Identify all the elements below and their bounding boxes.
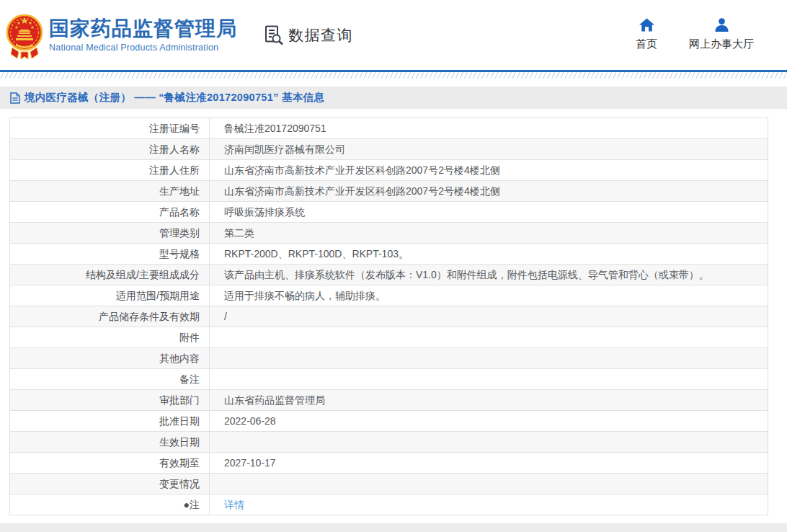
site-header: 国家药品监督管理局 National Medical Products Admi… [0,0,787,70]
table-row: ●注详情 [10,495,768,515]
table-row: 备注 [10,369,768,390]
data-query-label: 数据查询 [288,25,353,45]
row-label: 结构及组成/主要组成成分 [10,265,210,285]
national-emblem-icon [6,12,43,61]
detail-link[interactable]: 详情 [224,499,244,510]
table-row: 型号规格RKPT-200D、RKPT-100D、RKPT-103。 [10,244,768,265]
table-row: 注册人名称济南闰凯医疗器械有限公司 [10,139,768,160]
footer-band [0,523,787,532]
row-label: 型号规格 [10,244,210,264]
table-row: 有效期至2027-10-17 [10,453,768,474]
row-label: 产品储存条件及有效期 [10,306,210,327]
table-row: 结构及组成/主要组成成分该产品由主机、排痰系统软件（发布版本：V1.0）和附件组… [10,265,768,285]
org-name-en: National Medical Products Administration [49,43,237,53]
row-label: 变更情况 [10,474,210,494]
row-value: 第二类 [210,223,768,243]
row-label: 审批部门 [10,390,210,410]
table-row: 附件 [10,327,768,348]
table-row: 注册证编号鲁械注准20172090751 [10,118,768,139]
row-label: 产品名称 [10,202,210,222]
row-label: ●注 [10,495,210,515]
row-value [210,369,768,389]
table-row: 注册人住所山东省济南市高新技术产业开发区科创路2007号2号楼4楼北侧 [10,160,768,181]
row-value: 山东省济南市高新技术产业开发区科创路2007号2号楼4楼北侧 [210,160,768,180]
nav-online-hall-label: 网上办事大厅 [689,37,754,51]
row-value [210,348,768,368]
table-row: 适用范围/预期用途适用于排痰不畅的病人，辅助排痰。 [10,285,768,306]
table-row: 其他内容 [10,348,768,369]
stripe-divider [0,72,787,79]
row-value: 山东省济南市高新技术产业开发区科创路2007号2号楼4楼北侧 [210,181,768,201]
row-label: 注册人住所 [10,160,210,180]
table-row: 生效日期 [10,432,768,453]
row-label: 批准日期 [10,411,210,431]
row-value: 2027-10-17 [210,453,768,473]
table-row: 产品储存条件及有效期/ [10,306,768,327]
row-value: 2022-06-28 [210,411,768,431]
row-label: 生效日期 [10,432,210,452]
row-value: 该产品由主机、排痰系统软件（发布版本：V1.0）和附件组成，附件包括电源线、导气… [210,265,768,285]
table-row: 生产地址山东省济南市高新技术产业开发区科创路2007号2号楼4楼北侧 [10,181,768,202]
row-value: 山东省药品监督管理局 [210,390,768,410]
data-query-icon [263,25,285,46]
site-logo[interactable]: 国家药品监督管理局 National Medical Products Admi… [6,9,237,61]
row-value: 呼吸振荡排痰系统 [210,202,768,222]
org-name-zh: 国家药品监督管理局 [49,17,237,40]
row-label: 其他内容 [10,348,210,368]
table-row: 管理类别第二类 [10,223,768,244]
breadcrumb: 境内医疗器械（注册） —— “鲁械注准20172090751” 基本信息 [0,87,787,109]
row-value: 详情 [210,495,768,515]
table-row: 变更情况 [10,474,768,495]
home-icon [639,17,654,32]
registration-info-table: 注册证编号鲁械注准20172090751注册人名称济南闰凯医疗器械有限公司注册人… [9,118,768,515]
row-value: 济南闰凯医疗器械有限公司 [210,139,768,159]
row-value: 鲁械注准20172090751 [210,118,768,138]
table-row: 批准日期2022-06-28 [10,411,768,432]
user-icon [714,17,729,32]
row-value [210,327,768,347]
row-label: 附件 [10,327,210,347]
row-label: 注册证编号 [10,118,210,138]
row-label: 适用范围/预期用途 [10,285,210,306]
nav-online-hall[interactable]: 网上办事大厅 [689,17,754,51]
data-query-tab[interactable]: 数据查询 [263,25,353,46]
document-icon [10,92,20,104]
nav-home[interactable]: 首页 [636,17,657,51]
row-label: 管理类别 [10,223,210,243]
row-value [210,432,768,452]
table-row: 审批部门山东省药品监督管理局 [10,390,768,411]
row-label: 备注 [10,369,210,389]
row-label: 注册人名称 [10,139,210,159]
row-value: 适用于排痰不畅的病人，辅助排痰。 [210,285,768,306]
top-nav: 首页 网上办事大厅 [636,17,754,51]
breadcrumb-text: 境内医疗器械（注册） —— “鲁械注准20172090751” 基本信息 [25,91,324,105]
row-value: RKPT-200D、RKPT-100D、RKPT-103。 [210,244,768,264]
row-label: 生产地址 [10,181,210,201]
nav-home-label: 首页 [636,37,657,51]
row-value [210,474,768,494]
table-row: 产品名称呼吸振荡排痰系统 [10,202,768,223]
row-label: 有效期至 [10,453,210,473]
row-value: / [210,306,768,327]
